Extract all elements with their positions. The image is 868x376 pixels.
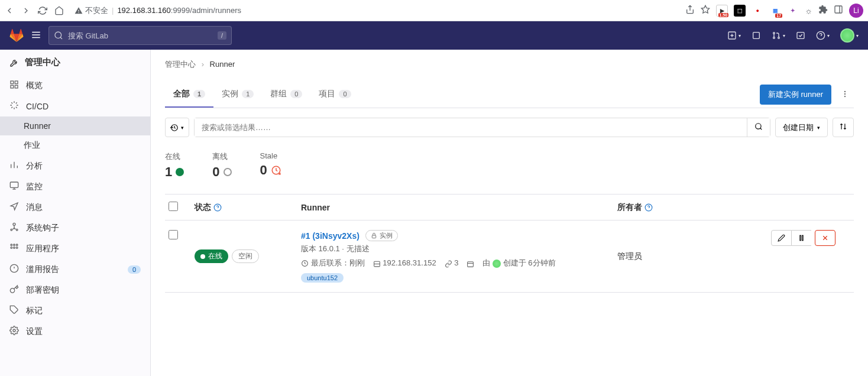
sidebar-item-4[interactable]: 分析 [0, 155, 150, 176]
share-icon[interactable] [685, 5, 695, 16]
dot-gray-icon [224, 168, 232, 176]
svg-point-42 [844, 95, 846, 96]
svg-point-43 [756, 124, 761, 129]
search-icon [754, 122, 763, 131]
sort-button[interactable]: 创建日期▾ [775, 118, 828, 137]
new-runner-button[interactable]: 新建实例 runner [760, 85, 831, 105]
server-icon [373, 260, 381, 268]
extension-icon-6[interactable]: ☼ [805, 6, 812, 15]
merge-requests-icon[interactable]: ▾ [772, 31, 785, 40]
gitlab-top-nav: / ▾ ▾ ▾ ▾ [0, 21, 868, 50]
new-menu-icon[interactable]: ▾ [727, 31, 741, 40]
sidebar-item-3[interactable]: 作业 [0, 135, 150, 155]
search-input[interactable] [63, 31, 218, 40]
sort-direction-button[interactable] [833, 118, 854, 137]
sidebar-item-7[interactable]: 系统钩子 [0, 218, 150, 238]
tab-1[interactable]: 实例1 [213, 82, 262, 108]
kebab-menu-button[interactable] [836, 85, 854, 105]
sidebar-item-9[interactable]: 滥用报告0 [0, 259, 150, 280]
pause-button[interactable] [792, 230, 811, 246]
keys-icon [9, 284, 19, 296]
star-icon[interactable] [701, 5, 710, 16]
svg-point-31 [16, 244, 18, 246]
edit-button[interactable] [771, 230, 792, 246]
extension-icon-2[interactable]: ⬚ [734, 5, 746, 17]
tag-pill[interactable]: ubuntu152 [301, 273, 344, 283]
reload-icon[interactable] [38, 6, 47, 15]
svg-rect-48 [372, 235, 375, 238]
sidebar-item-1[interactable]: CI/CD [0, 96, 150, 116]
labels-icon [9, 305, 19, 316]
gitlab-logo[interactable] [9, 28, 24, 43]
svg-rect-23 [10, 182, 18, 187]
sidebar-item-0[interactable]: 概览 [0, 75, 150, 96]
sidebar-item-10[interactable]: 部署密钥 [0, 280, 150, 300]
sidebar-item-label: CI/CD [26, 102, 48, 111]
svg-point-40 [844, 90, 846, 92]
tab-3[interactable]: 项目0 [310, 82, 359, 108]
apps-icon [9, 243, 19, 254]
svg-rect-17 [15, 81, 18, 84]
analytics-icon [9, 160, 19, 171]
svg-line-44 [760, 128, 762, 130]
creator-avatar-icon[interactable] [493, 260, 501, 268]
delete-button[interactable] [815, 230, 835, 246]
side-panel-icon[interactable] [834, 5, 843, 16]
tab-0[interactable]: 全部1 [165, 82, 213, 108]
sidebar-header[interactable]: 管理中心 [0, 50, 150, 75]
extensions-icon[interactable] [818, 5, 828, 16]
sidebar-item-6[interactable]: 消息 [0, 197, 150, 218]
svg-point-39 [13, 329, 15, 332]
abuse-icon [9, 264, 19, 275]
select-all-checkbox[interactable] [169, 202, 178, 211]
wrench-icon [9, 58, 19, 67]
user-menu[interactable]: ▾ [840, 28, 859, 43]
extension-icon-3[interactable]: ● [752, 5, 763, 17]
user-avatar-icon [840, 28, 854, 43]
svg-rect-14 [797, 33, 804, 39]
sidebar-item-2[interactable]: Runner [0, 116, 150, 135]
svg-point-5 [55, 32, 61, 38]
runner-id-link[interactable]: #1 (3iNsyv2Xs) [301, 231, 359, 241]
filter-input[interactable] [195, 118, 747, 137]
breadcrumb-root[interactable]: 管理中心 [165, 60, 196, 69]
sidebar-item-11[interactable]: 标记 [0, 300, 150, 321]
sidebar-item-label: 概览 [26, 80, 43, 91]
sidebar-item-8[interactable]: 应用程序 [0, 238, 150, 259]
clock-icon [301, 260, 309, 267]
todos-icon[interactable] [796, 31, 805, 40]
extension-icon-1[interactable]: 1.50▶ [716, 5, 728, 17]
dot-green-icon [176, 168, 184, 176]
help-icon[interactable] [213, 203, 222, 212]
search-shortcut: / [218, 31, 226, 40]
extension-icon-4[interactable]: ▦17 [769, 5, 781, 17]
back-icon[interactable] [5, 6, 14, 15]
url-bar[interactable]: 不安全 | 192.168.31.160:9999/admin/runners [69, 3, 681, 18]
svg-point-33 [14, 247, 15, 249]
sidebar-item-label: 作业 [24, 140, 40, 151]
help-icon[interactable] [644, 203, 653, 212]
filter-search-button[interactable] [747, 118, 770, 137]
svg-point-30 [14, 244, 15, 246]
svg-point-11 [773, 33, 775, 34]
profile-avatar[interactable]: Li [849, 4, 863, 18]
svg-point-32 [11, 247, 12, 249]
issues-icon[interactable] [752, 31, 761, 40]
search-box[interactable]: / [48, 26, 232, 45]
svg-rect-10 [753, 33, 760, 39]
sort-icon [839, 122, 847, 131]
extension-icon-5[interactable]: ✦ [787, 5, 799, 17]
row-checkbox[interactable] [169, 230, 178, 239]
runner-owner: 管理员 [617, 230, 771, 283]
home-icon[interactable] [54, 6, 64, 15]
sidebar-item-5[interactable]: 监控 [0, 176, 150, 197]
hamburger-icon[interactable] [31, 30, 41, 42]
history-icon [170, 124, 179, 132]
main-content: 管理中心 › Runner 全部1实例1群组0项目0 新建实例 runner ▾… [151, 50, 868, 376]
history-button[interactable]: ▾ [165, 118, 189, 137]
stat-offline: 离线 0 [212, 151, 231, 180]
help-icon[interactable]: ▾ [816, 31, 830, 40]
svg-rect-16 [11, 81, 14, 84]
sidebar-item-12[interactable]: 设置 [0, 321, 150, 342]
tab-2[interactable]: 群组0 [262, 82, 310, 108]
